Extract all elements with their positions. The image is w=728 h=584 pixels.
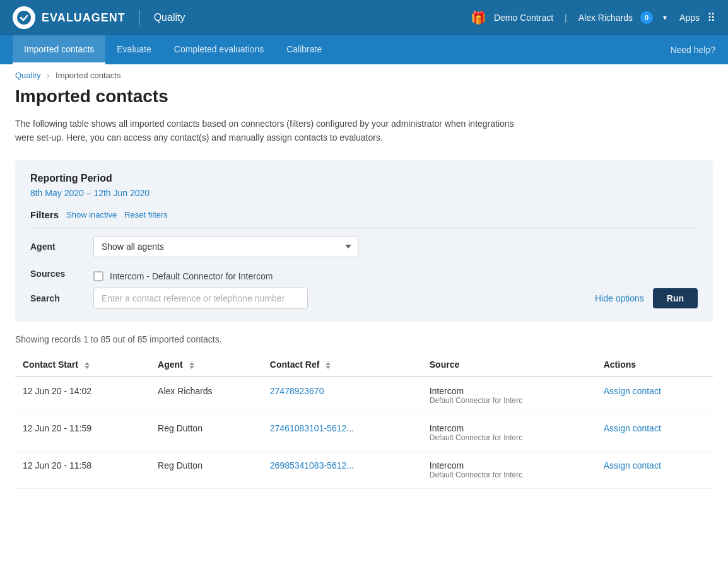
assign-contact-button[interactable]: Assign contact <box>604 460 661 470</box>
filters-label: Filters <box>30 209 59 220</box>
cell-contact-start: 12 Jun 20 - 11:59 <box>15 414 150 451</box>
filters-row: Filters Show inactive Reset filters <box>30 209 698 220</box>
search-input[interactable] <box>93 288 308 309</box>
filter-divider <box>30 228 698 228</box>
pipe-separator: | <box>565 13 567 23</box>
reporting-period-dates[interactable]: 8th May 2020 – 12th Jun 2020 <box>30 188 698 198</box>
table-header-row: Contact Start Agent Contact Ref <box>15 353 713 377</box>
hide-options-button[interactable]: Hide options <box>595 293 644 303</box>
logo-area: EVALUAGENT Quality <box>13 6 471 29</box>
cell-source: Intercom Default Connector for Interc <box>422 377 596 414</box>
apps-label: Apps <box>679 13 700 23</box>
cell-agent: Reg Dutton <box>150 414 262 451</box>
brand-name: EVALUAGENT <box>42 11 126 25</box>
logo-icon <box>13 6 35 29</box>
contract-name: Demo Contract <box>494 13 553 23</box>
breadcrumb-parent[interactable]: Quality <box>15 71 40 80</box>
cell-source: Intercom Default Connector for Interc <box>422 451 596 488</box>
table-row: 12 Jun 20 - 11:58 Reg Dutton 26985341083… <box>15 451 713 488</box>
filter-actions: Hide options Run <box>595 288 698 308</box>
nav-tab-evaluate[interactable]: Evaluate <box>105 35 162 64</box>
show-inactive-link[interactable]: Show inactive <box>66 210 117 219</box>
contact-ref-link[interactable]: 26985341083-5612... <box>270 460 354 470</box>
source-item: Intercom - Default Connector for Interco… <box>93 271 273 281</box>
run-button[interactable]: Run <box>653 288 698 308</box>
cell-contact-ref: 26985341083-5612... <box>262 451 422 488</box>
page-description: The following table shows all imported c… <box>15 117 532 145</box>
cell-contact-start: 12 Jun 20 - 14:02 <box>15 377 150 414</box>
agent-label: Agent <box>30 242 81 252</box>
col-source: Source <box>422 353 596 377</box>
breadcrumb-current: Imported contacts <box>56 71 120 80</box>
user-name: Alex Richards <box>578 13 633 23</box>
header-divider <box>139 10 140 25</box>
contacts-table: Contact Start Agent Contact Ref <box>15 353 713 489</box>
assign-contact-button[interactable]: Assign contact <box>604 386 661 396</box>
main-content: Imported contacts The following table sh… <box>0 86 728 504</box>
cell-contact-ref: 27461083101-5612... <box>262 414 422 451</box>
nav-tab-completed-evaluations[interactable]: Completed evaluations <box>163 35 275 64</box>
svg-point-0 <box>17 11 31 25</box>
user-menu-chevron[interactable]: ▾ <box>663 13 667 22</box>
assign-contact-button[interactable]: Assign contact <box>604 423 661 433</box>
source-checkbox[interactable] <box>93 271 103 281</box>
search-row: Search Hide options Run <box>30 288 698 309</box>
filter-box: Reporting Period 8th May 2020 – 12th Jun… <box>15 160 713 322</box>
nav-tabs: Imported contacts Evaluate Completed eva… <box>13 35 670 64</box>
breadcrumb: Quality › Imported contacts <box>0 64 728 86</box>
cell-agent: Alex Richards <box>150 377 262 414</box>
sort-icon-agent[interactable] <box>189 362 194 369</box>
reset-filters-link[interactable]: Reset filters <box>124 210 168 219</box>
col-actions: Actions <box>596 353 713 377</box>
cell-contact-ref: 27478923670 <box>262 377 422 414</box>
col-contact-start: Contact Start <box>15 353 150 377</box>
cell-agent: Reg Dutton <box>150 451 262 488</box>
top-header: EVALUAGENT Quality 🎁 Demo Contract | Ale… <box>0 0 728 35</box>
notification-badge[interactable]: 0 <box>640 11 653 24</box>
gift-icon: 🎁 <box>471 10 486 25</box>
page-title: Imported contacts <box>15 86 713 107</box>
sort-icon-contact-ref[interactable] <box>326 362 331 369</box>
col-contact-ref: Contact Ref <box>262 353 422 377</box>
need-help-link[interactable]: Need help? <box>670 45 715 55</box>
apps-grid-icon[interactable]: ⠿ <box>707 11 715 25</box>
cell-contact-start: 12 Jun 20 - 11:58 <box>15 451 150 488</box>
breadcrumb-separator: › <box>47 71 49 80</box>
quality-label: Quality <box>154 12 185 23</box>
nav-bar: Imported contacts Evaluate Completed eva… <box>0 35 728 64</box>
header-right: 🎁 Demo Contract | Alex Richards 0 ▾ Apps… <box>471 10 715 25</box>
agent-filter-row: Agent Show all agents <box>30 236 698 257</box>
results-info: Showing records 1 to 85 out of 85 import… <box>15 334 713 344</box>
agent-select[interactable]: Show all agents <box>93 236 358 257</box>
contact-ref-link[interactable]: 27478923670 <box>270 386 324 396</box>
source-label: Intercom - Default Connector for Interco… <box>110 271 273 281</box>
table-row: 12 Jun 20 - 14:02 Alex Richards 27478923… <box>15 377 713 414</box>
col-agent: Agent <box>150 353 262 377</box>
contact-ref-link[interactable]: 27461083101-5612... <box>270 423 354 433</box>
sources-filter-row: Sources Intercom - Default Connector for… <box>30 266 698 281</box>
cell-actions: Assign contact <box>596 377 713 414</box>
sort-icon-contact-start[interactable] <box>85 362 90 369</box>
search-label: Search <box>30 293 81 303</box>
table-row: 12 Jun 20 - 11:59 Reg Dutton 27461083101… <box>15 414 713 451</box>
reporting-period-title: Reporting Period <box>30 173 698 184</box>
cell-actions: Assign contact <box>596 414 713 451</box>
cell-source: Intercom Default Connector for Interc <box>422 414 596 451</box>
nav-tab-imported-contacts[interactable]: Imported contacts <box>13 35 105 64</box>
cell-actions: Assign contact <box>596 451 713 488</box>
nav-tab-calibrate[interactable]: Calibrate <box>275 35 333 64</box>
sources-label: Sources <box>30 269 81 279</box>
